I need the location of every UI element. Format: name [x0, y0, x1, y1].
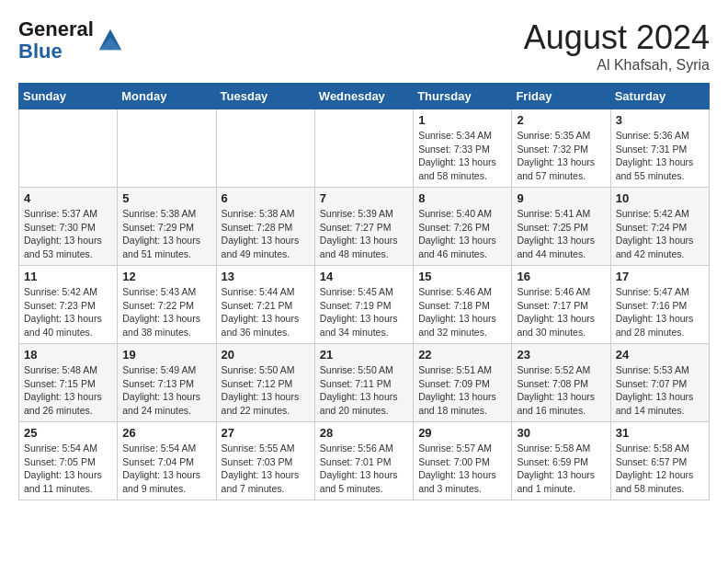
calendar-week-row: 25Sunrise: 5:54 AMSunset: 7:05 PMDayligh… — [19, 422, 710, 500]
day-info: Sunrise: 5:38 AMSunset: 7:28 PMDaylight:… — [222, 207, 310, 261]
day-info: Sunrise: 5:54 AMSunset: 7:04 PMDaylight:… — [122, 442, 210, 496]
day-number: 20 — [222, 348, 310, 362]
day-info: Sunrise: 5:41 AMSunset: 7:25 PMDaylight:… — [517, 207, 605, 261]
day-info: Sunrise: 5:52 AMSunset: 7:08 PMDaylight:… — [517, 363, 605, 418]
calendar-day-cell — [314, 109, 413, 188]
day-number: 10 — [616, 191, 704, 205]
calendar-day-cell: 4Sunrise: 5:37 AMSunset: 7:30 PMDaylight… — [19, 188, 118, 266]
day-number: 18 — [24, 348, 112, 362]
weekday-header-sunday: Sunday — [19, 84, 118, 109]
calendar-day-cell: 22Sunrise: 5:51 AMSunset: 7:09 PMDayligh… — [414, 344, 512, 422]
calendar-week-row: 4Sunrise: 5:37 AMSunset: 7:30 PMDaylight… — [19, 188, 710, 266]
weekday-header-monday: Monday — [118, 84, 216, 109]
logo-blue: Blue — [18, 40, 94, 63]
day-info: Sunrise: 5:36 AMSunset: 7:31 PMDaylight:… — [616, 129, 704, 183]
day-number: 23 — [517, 348, 605, 362]
day-number: 21 — [320, 348, 408, 362]
calendar-day-cell: 28Sunrise: 5:56 AMSunset: 7:01 PMDayligh… — [314, 422, 413, 500]
day-info: Sunrise: 5:48 AMSunset: 7:15 PMDaylight:… — [24, 363, 112, 418]
day-info: Sunrise: 5:37 AMSunset: 7:30 PMDaylight:… — [24, 207, 112, 261]
calendar-day-cell: 1Sunrise: 5:34 AMSunset: 7:33 PMDaylight… — [414, 109, 512, 188]
calendar-day-cell: 27Sunrise: 5:55 AMSunset: 7:03 PMDayligh… — [216, 422, 314, 500]
day-info: Sunrise: 5:50 AMSunset: 7:12 PMDaylight:… — [222, 363, 310, 418]
day-info: Sunrise: 5:58 AMSunset: 6:59 PMDaylight:… — [517, 442, 605, 496]
day-info: Sunrise: 5:58 AMSunset: 6:57 PMDaylight:… — [616, 442, 704, 496]
calendar-day-cell: 14Sunrise: 5:45 AMSunset: 7:19 PMDayligh… — [314, 266, 413, 344]
day-number: 8 — [418, 191, 506, 205]
calendar-day-cell: 29Sunrise: 5:57 AMSunset: 7:00 PMDayligh… — [414, 422, 512, 500]
day-number: 26 — [122, 426, 210, 440]
day-number: 29 — [418, 426, 506, 440]
day-info: Sunrise: 5:44 AMSunset: 7:21 PMDaylight:… — [222, 285, 310, 339]
day-info: Sunrise: 5:51 AMSunset: 7:09 PMDaylight:… — [418, 363, 506, 418]
calendar-day-cell: 3Sunrise: 5:36 AMSunset: 7:31 PMDaylight… — [610, 109, 709, 188]
calendar-week-row: 18Sunrise: 5:48 AMSunset: 7:15 PMDayligh… — [19, 344, 710, 422]
calendar-day-cell: 24Sunrise: 5:53 AMSunset: 7:07 PMDayligh… — [610, 344, 709, 422]
page-header: General Blue August 2024 Al Khafsah, Syr… — [18, 18, 710, 74]
day-number: 22 — [418, 348, 506, 362]
day-info: Sunrise: 5:34 AMSunset: 7:33 PMDaylight:… — [418, 129, 506, 183]
day-number: 9 — [517, 191, 605, 205]
calendar-day-cell: 5Sunrise: 5:38 AMSunset: 7:29 PMDaylight… — [118, 188, 216, 266]
day-info: Sunrise: 5:53 AMSunset: 7:07 PMDaylight:… — [616, 363, 704, 418]
day-number: 14 — [320, 270, 408, 283]
logo-text: General Blue — [18, 18, 94, 63]
calendar-day-cell: 7Sunrise: 5:39 AMSunset: 7:27 PMDaylight… — [314, 188, 413, 266]
day-number: 17 — [616, 270, 704, 283]
day-info: Sunrise: 5:55 AMSunset: 7:03 PMDaylight:… — [222, 442, 310, 496]
day-number: 16 — [517, 270, 605, 283]
day-number: 24 — [616, 348, 704, 362]
calendar-day-cell: 15Sunrise: 5:46 AMSunset: 7:18 PMDayligh… — [414, 266, 512, 344]
day-number: 28 — [320, 426, 408, 440]
title-block: August 2024 Al Khafsah, Syria — [524, 18, 710, 74]
day-number: 3 — [616, 113, 704, 127]
calendar-day-cell: 17Sunrise: 5:47 AMSunset: 7:16 PMDayligh… — [610, 266, 709, 344]
calendar-day-cell: 20Sunrise: 5:50 AMSunset: 7:12 PMDayligh… — [216, 344, 314, 422]
weekday-header-saturday: Saturday — [610, 84, 709, 109]
calendar-day-cell: 10Sunrise: 5:42 AMSunset: 7:24 PMDayligh… — [610, 188, 709, 266]
calendar-week-row: 11Sunrise: 5:42 AMSunset: 7:23 PMDayligh… — [19, 266, 710, 344]
day-number: 13 — [222, 270, 310, 283]
calendar-day-cell: 13Sunrise: 5:44 AMSunset: 7:21 PMDayligh… — [216, 266, 314, 344]
calendar-day-cell: 31Sunrise: 5:58 AMSunset: 6:57 PMDayligh… — [610, 422, 709, 500]
weekday-header-friday: Friday — [512, 84, 610, 109]
day-number: 30 — [517, 426, 605, 440]
day-number: 25 — [24, 426, 112, 440]
day-number: 4 — [24, 191, 112, 205]
calendar-day-cell — [216, 109, 314, 188]
calendar-week-row: 1Sunrise: 5:34 AMSunset: 7:33 PMDaylight… — [19, 109, 710, 188]
day-number: 15 — [418, 270, 506, 283]
day-info: Sunrise: 5:42 AMSunset: 7:24 PMDaylight:… — [616, 207, 704, 261]
day-number: 6 — [222, 191, 310, 205]
calendar-header-row: SundayMondayTuesdayWednesdayThursdayFrid… — [19, 84, 710, 109]
day-number: 1 — [418, 113, 506, 127]
calendar-day-cell: 30Sunrise: 5:58 AMSunset: 6:59 PMDayligh… — [512, 422, 610, 500]
calendar-day-cell: 6Sunrise: 5:38 AMSunset: 7:28 PMDaylight… — [216, 188, 314, 266]
calendar-day-cell: 12Sunrise: 5:43 AMSunset: 7:22 PMDayligh… — [118, 266, 216, 344]
day-info: Sunrise: 5:42 AMSunset: 7:23 PMDaylight:… — [24, 285, 112, 339]
day-number: 7 — [320, 191, 408, 205]
day-info: Sunrise: 5:46 AMSunset: 7:17 PMDaylight:… — [517, 285, 605, 339]
calendar-day-cell: 18Sunrise: 5:48 AMSunset: 7:15 PMDayligh… — [19, 344, 118, 422]
calendar-day-cell — [118, 109, 216, 188]
day-info: Sunrise: 5:35 AMSunset: 7:32 PMDaylight:… — [517, 129, 605, 183]
calendar-day-cell: 9Sunrise: 5:41 AMSunset: 7:25 PMDaylight… — [512, 188, 610, 266]
weekday-header-wednesday: Wednesday — [314, 84, 413, 109]
calendar-day-cell: 11Sunrise: 5:42 AMSunset: 7:23 PMDayligh… — [19, 266, 118, 344]
logo-general: General — [18, 18, 94, 40]
location-subtitle: Al Khafsah, Syria — [524, 57, 710, 74]
day-info: Sunrise: 5:54 AMSunset: 7:05 PMDaylight:… — [24, 442, 112, 496]
day-info: Sunrise: 5:40 AMSunset: 7:26 PMDaylight:… — [418, 207, 506, 261]
calendar-day-cell: 26Sunrise: 5:54 AMSunset: 7:04 PMDayligh… — [118, 422, 216, 500]
month-year-title: August 2024 — [524, 18, 710, 57]
calendar-day-cell: 25Sunrise: 5:54 AMSunset: 7:05 PMDayligh… — [19, 422, 118, 500]
day-number: 19 — [122, 348, 210, 362]
day-info: Sunrise: 5:38 AMSunset: 7:29 PMDaylight:… — [122, 207, 210, 261]
weekday-header-tuesday: Tuesday — [216, 84, 314, 109]
day-number: 5 — [122, 191, 210, 205]
day-number: 27 — [222, 426, 310, 440]
logo: General Blue — [18, 18, 123, 63]
day-info: Sunrise: 5:57 AMSunset: 7:00 PMDaylight:… — [418, 442, 506, 496]
day-info: Sunrise: 5:49 AMSunset: 7:13 PMDaylight:… — [122, 363, 210, 418]
calendar-day-cell: 8Sunrise: 5:40 AMSunset: 7:26 PMDaylight… — [414, 188, 512, 266]
